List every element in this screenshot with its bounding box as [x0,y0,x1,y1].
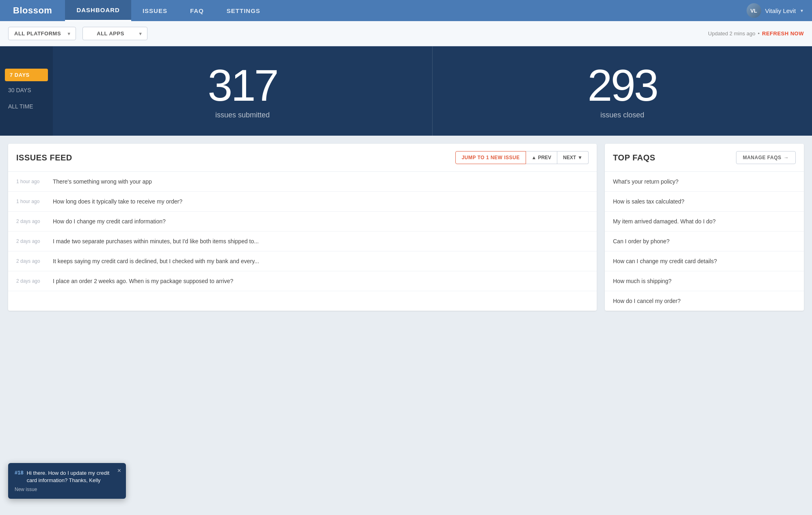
avatar: VL [747,3,761,18]
next-button[interactable]: NEXT ▼ [557,151,589,164]
period-alltime[interactable]: ALL TIME [0,99,53,114]
top-faqs: TOP FAQS MANAGE FAQS → What's your retur… [605,144,804,311]
feed-item-time: 1 hour ago [16,179,53,184]
apps-select[interactable]: ALL APPS [82,27,147,40]
period-7days[interactable]: 7 DAYS [5,69,48,81]
faq-item[interactable]: How much is shipping? [605,271,804,291]
feed-item-time: 2 days ago [16,219,53,224]
faq-item[interactable]: How is sales tax calculated? [605,192,804,212]
faq-item[interactable]: My item arrived damaged. What do I do? [605,212,804,232]
feed-item-text: There's something wrong with your app [53,178,152,185]
platform-select[interactable]: ALL PLATFORMS [8,27,76,40]
feed-item-text: How long does it typically take to recei… [53,198,182,205]
main-content: ISSUES FEED JUMP TO 1 NEW ISSUE ▲ PREV N… [0,136,812,319]
nav-tab-faq[interactable]: FAQ [179,0,215,21]
apps-select-wrapper: ALL APPS ▼ [82,27,147,40]
nav-brand: Blossom [0,5,65,16]
feed-item-text: How do I change my credit card informati… [53,218,166,225]
feed-item[interactable]: 2 days ago How do I change my credit car… [8,212,597,232]
avatar-initials: VL [750,8,757,14]
feed-item[interactable]: 2 days ago I place an order 2 weeks ago.… [8,271,597,291]
manage-faqs-button[interactable]: MANAGE FAQS → [736,151,796,164]
stats-sidebar: 7 DAYS 30 DAYS ALL TIME [0,46,53,136]
faq-item[interactable]: What's your return policy? [605,172,804,192]
feed-header: ISSUES FEED JUMP TO 1 NEW ISSUE ▲ PREV N… [8,144,597,172]
nav-tab-issues[interactable]: ISSUES [131,0,179,21]
faq-item[interactable]: How do I cancel my order? [605,291,804,311]
submitted-block: 317 issues submitted [53,46,432,136]
nav-user-name: Vitaliy Levit [765,7,796,14]
feed-title: ISSUES FEED [16,153,455,162]
closed-label: issues closed [600,111,644,119]
faqs-header: TOP FAQS MANAGE FAQS → [605,144,804,172]
feed-item[interactable]: 1 hour ago There's something wrong with … [8,172,597,192]
chevron-up-icon: ▲ [532,155,537,160]
feed-item-time: 1 hour ago [16,199,53,204]
feed-item[interactable]: 2 days ago It keeps saying my credit car… [8,251,597,271]
feed-item-time: 2 days ago [16,238,53,244]
status-text: Updated 2 mins ago [708,30,755,37]
nav-tabs: DASHBOARD ISSUES FAQ SETTINGS [65,0,271,21]
closed-block: 293 issues closed [433,46,812,136]
faq-item[interactable]: Can I order by phone? [605,232,804,251]
closed-count: 293 [587,63,657,108]
stats-panel: 7 DAYS 30 DAYS ALL TIME 317 issues submi… [0,46,812,136]
nav-tab-settings[interactable]: SETTINGS [215,0,272,21]
submitted-count: 317 [208,63,277,108]
status-dot: • [758,30,760,37]
feed-item-text: It keeps saying my credit card is declin… [53,258,259,264]
period-30days[interactable]: 30 DAYS [0,83,53,97]
stats-content: 317 issues submitted 293 issues closed [53,46,812,136]
jump-to-new-issue-button[interactable]: JUMP TO 1 NEW ISSUE [455,151,526,164]
refresh-now-button[interactable]: REFRESH NOW [762,30,804,37]
feed-item-time: 2 days ago [16,278,53,284]
nav-tab-dashboard[interactable]: DASHBOARD [65,0,131,21]
feed-item-text: I made two separate purchases within min… [53,238,259,245]
feed-item-time: 2 days ago [16,258,53,264]
nav-user: VL Vitaliy Levit ▼ [747,3,812,18]
arrow-right-icon: → [784,155,789,160]
nav-bar: Blossom DASHBOARD ISSUES FAQ SETTINGS VL… [0,0,812,21]
feed-item-text: I place an order 2 weeks ago. When is my… [53,278,233,284]
prev-button[interactable]: ▲ PREV [526,151,558,164]
chevron-down-icon[interactable]: ▼ [800,9,804,13]
feed-item[interactable]: 1 hour ago How long does it typically ta… [8,192,597,212]
platform-select-wrapper: ALL PLATFORMS ▼ [8,27,76,40]
submitted-label: issues submitted [215,111,270,119]
faqs-title: TOP FAQS [613,153,736,162]
feed-item[interactable]: 2 days ago I made two separate purchases… [8,232,597,251]
toolbar-status: Updated 2 mins ago • REFRESH NOW [708,30,804,37]
feed-nav-buttons: JUMP TO 1 NEW ISSUE ▲ PREV NEXT ▼ [455,151,589,164]
faq-item[interactable]: How can I change my credit card details? [605,251,804,271]
issues-feed: ISSUES FEED JUMP TO 1 NEW ISSUE ▲ PREV N… [8,144,597,311]
toolbar: ALL PLATFORMS ▼ ALL APPS ▼ Updated 2 min… [0,21,812,46]
chevron-down-icon: ▼ [578,155,582,160]
